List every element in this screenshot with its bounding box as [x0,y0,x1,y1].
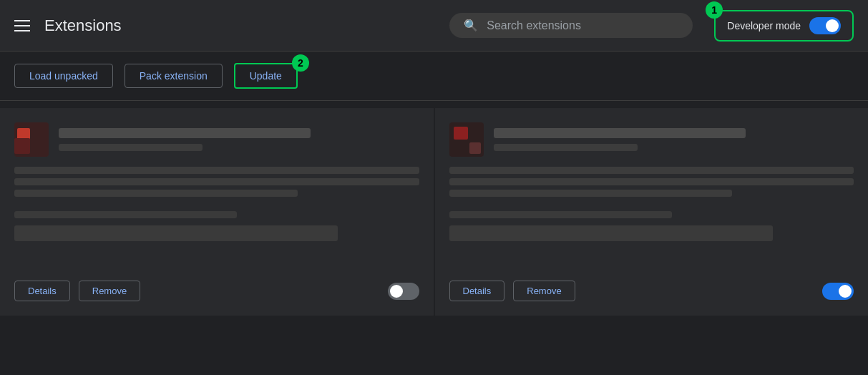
ext-extra-area [449,211,854,241]
extension-toggle[interactable] [388,283,419,300]
remove-button[interactable]: Remove [79,281,140,301]
extension-icon [449,122,484,157]
menu-icon[interactable] [14,20,30,31]
details-button[interactable]: Details [449,281,505,301]
ext-desc-bar [449,167,854,174]
developer-mode-label: Developer mode [727,20,801,31]
toolbar: Load unpacked Pack extension Update 2 [0,52,868,101]
details-button[interactable]: Details [14,281,70,301]
developer-mode-toggle[interactable] [809,17,841,34]
step1-badge: 1 [706,1,723,19]
ext-version-bar [59,144,203,151]
ext-icon-area [449,122,854,157]
ext-name-bar [494,128,746,138]
ext-extra-bar [14,211,237,218]
extensions-grid: Details Remove [0,101,868,316]
ext-desc-bar [14,178,419,185]
search-bar: 🔍 [449,13,693,38]
ext-name-block [59,128,419,151]
extension-icon [14,122,49,157]
extension-card: Details Remove [0,108,434,316]
ext-desc-bar [449,178,854,185]
search-input[interactable] [487,19,678,32]
ext-name-bar [59,128,311,138]
card-footer: Details Remove [14,273,419,301]
toggle-thumb [390,285,403,298]
step2-badge: 2 [292,54,309,72]
header: Extensions 🔍 1 Developer mode [0,0,868,52]
search-icon: 🔍 [464,19,478,32]
pack-extension-button[interactable]: Pack extension [125,64,223,88]
toggle-thumb [839,285,852,298]
ext-extra-area [14,211,419,241]
update-button[interactable]: Update 2 [234,63,298,89]
ext-desc-area [449,167,854,201]
ext-extra-bar-2 [449,225,773,241]
ext-icon-area [14,122,419,157]
extension-card: Details Remove [435,108,869,316]
ext-desc-bar [449,190,733,197]
card-footer: Details Remove [449,273,854,301]
ext-desc-area [14,167,419,201]
ext-version-bar [494,144,638,151]
page-title: Extensions [44,16,122,35]
extension-toggle[interactable] [822,283,854,300]
ext-desc-bar [14,167,419,174]
developer-mode-section: 1 Developer mode [714,10,854,42]
ext-extra-bar-2 [14,225,338,241]
ext-desc-bar [14,190,298,197]
ext-name-block [494,128,854,151]
remove-button[interactable]: Remove [513,281,575,301]
load-unpacked-button[interactable]: Load unpacked [14,64,113,88]
ext-extra-bar [449,211,672,218]
